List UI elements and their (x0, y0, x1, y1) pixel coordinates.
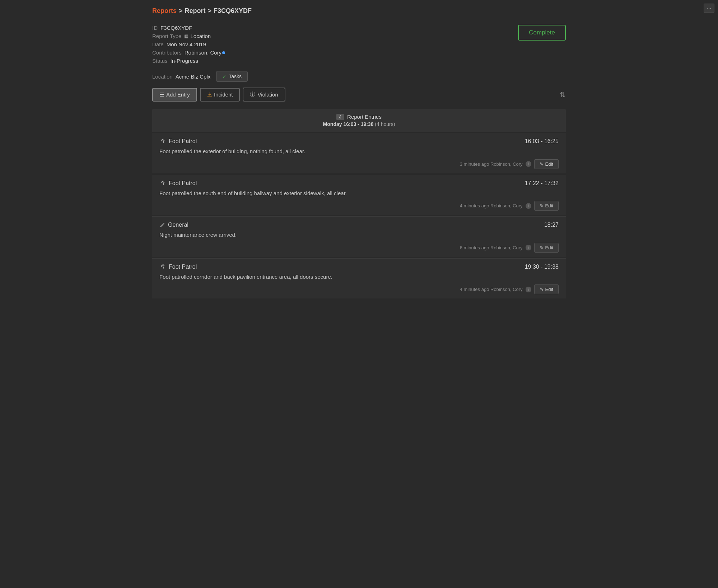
contributors-label: Contributors (152, 50, 182, 56)
edit-button[interactable]: ✎ Edit (534, 243, 559, 253)
edit-button[interactable]: ✎ Edit (534, 159, 559, 169)
entry-footer: 3 minutes ago Robinson, Cory i ✎ Edit (159, 159, 559, 169)
entries-time: Monday 16:03 - 19:38 (4 hours) (159, 121, 559, 127)
entry-card: Foot Patrol 19:30 - 19:38 Foot patrolled… (152, 258, 566, 299)
entry-header: Foot Patrol 17:22 - 17:32 (159, 180, 559, 187)
location-value: Acme Biz Cplx (176, 74, 211, 80)
entry-ago: 6 minutes ago Robinson, Cory (460, 245, 523, 250)
report-type-value: Location (190, 33, 211, 39)
entry-time: 16:03 - 16:25 (525, 138, 559, 145)
violation-button[interactable]: ⓘ Violation (243, 88, 285, 102)
entry-type: Foot Patrol (159, 264, 197, 270)
complete-button[interactable]: Complete (518, 25, 566, 41)
entry-card: General 18:27 Night maintenance crew arr… (152, 216, 566, 257)
entry-type-label: Foot Patrol (169, 180, 197, 187)
contributors-value: Robinson, Cory (185, 50, 222, 56)
entry-ago: 3 minutes ago Robinson, Cory (460, 161, 523, 167)
violation-label: Violation (257, 91, 278, 98)
report-type-label: Report Type (152, 33, 181, 39)
entry-time: 17:22 - 17:32 (525, 180, 559, 187)
entry-footer: 4 minutes ago Robinson, Cory i ✎ Edit (159, 284, 559, 294)
entry-time: 18:27 (544, 222, 559, 228)
entry-info-icon[interactable]: i (526, 287, 531, 292)
edit-icon: ✎ (540, 245, 544, 250)
general-icon (159, 222, 165, 228)
id-label: ID (152, 25, 158, 31)
building-icon: ▦ (184, 33, 188, 39)
entries-count-badge: 4 (336, 114, 344, 120)
entries-header: 4 Report Entries Monday 16:03 - 19:38 (4… (152, 109, 566, 132)
entry-info-icon[interactable]: i (526, 161, 531, 167)
entries-time-range-value: 16:03 - 19:38 (4 hours) (343, 121, 395, 127)
entry-header: Foot Patrol 16:03 - 16:25 (159, 138, 559, 145)
edit-label: Edit (545, 245, 553, 250)
edit-icon: ✎ (540, 287, 544, 292)
sort-button[interactable]: ⇅ (560, 90, 566, 99)
entry-type: Foot Patrol (159, 180, 197, 187)
entry-header: Foot Patrol 19:30 - 19:38 (159, 264, 559, 270)
action-row: ☰ Add Entry ⚠ Incident ⓘ Violation ⇅ (152, 88, 566, 102)
entry-type-label: Foot Patrol (169, 138, 197, 145)
incident-label: Incident (214, 91, 233, 98)
incident-button[interactable]: ⚠ Incident (200, 88, 240, 102)
report-meta: Complete ID F3CQ6XYDF Report Type ▦ Loca… (152, 25, 566, 64)
breadcrumb-reports-link[interactable]: Reports (152, 7, 177, 15)
info-circle-icon: ⓘ (250, 91, 255, 98)
walk-icon (159, 138, 166, 145)
date-value: Mon Nov 4 2019 (167, 41, 206, 47)
entry-info-icon[interactable]: i (526, 203, 531, 209)
entry-type-label: General (168, 222, 188, 228)
status-label: Status (152, 58, 168, 64)
location-row: Location Acme Biz Cplx ✓ Tasks (152, 71, 566, 82)
add-entry-button[interactable]: ☰ Add Entry (152, 88, 197, 102)
list-icon: ☰ (159, 91, 164, 98)
edit-label: Edit (545, 161, 553, 167)
location-label: Location (152, 74, 173, 80)
entry-footer: 6 minutes ago Robinson, Cory i ✎ Edit (159, 243, 559, 253)
entry-ago: 4 minutes ago Robinson, Cory (460, 203, 523, 208)
breadcrumb: Reports > Report > F3CQ6XYDF (152, 7, 566, 15)
entry-description: Night maintenance crew arrived. (159, 231, 559, 239)
entry-card: Foot Patrol 16:03 - 16:25 Foot patrolled… (152, 133, 566, 173)
id-value: F3CQ6XYDF (160, 25, 192, 31)
check-icon: ✓ (222, 74, 227, 79)
entries-day: Monday (323, 121, 342, 127)
edit-label: Edit (545, 287, 553, 292)
tasks-button[interactable]: ✓ Tasks (216, 71, 248, 82)
add-entry-label: Add Entry (166, 91, 190, 98)
entry-description: Foot patrolled the south end of building… (159, 189, 559, 198)
breadcrumb-separator-1: > (179, 7, 183, 15)
edit-button[interactable]: ✎ Edit (534, 201, 559, 211)
entries-list: Foot Patrol 16:03 - 16:25 Foot patrolled… (152, 133, 566, 298)
edit-icon: ✎ (540, 203, 544, 208)
breadcrumb-separator-2: > (208, 7, 212, 15)
status-value: In-Progress (171, 58, 199, 64)
entry-description: Foot patrolled the exterior of building,… (159, 147, 559, 156)
breadcrumb-id: F3CQ6XYDF (214, 7, 252, 15)
walk-icon (159, 180, 166, 187)
entry-header: General 18:27 (159, 222, 559, 228)
breadcrumb-report-link[interactable]: Report (185, 7, 206, 15)
date-label: Date (152, 41, 164, 47)
entry-footer: 4 minutes ago Robinson, Cory i ✎ Edit (159, 201, 559, 211)
entry-time: 19:30 - 19:38 (525, 264, 559, 270)
entry-type-label: Foot Patrol (169, 264, 197, 270)
entry-type: Foot Patrol (159, 138, 197, 145)
walk-icon (159, 264, 166, 270)
entries-count-label: Report Entries (347, 114, 382, 120)
tasks-button-label: Tasks (229, 74, 242, 79)
entry-ago: 4 minutes ago Robinson, Cory (460, 287, 523, 292)
entry-description: Foot patrolled corridor and back pavilio… (159, 273, 559, 281)
entries-count-row: 4 Report Entries (159, 114, 559, 120)
warning-icon: ⚠ (207, 91, 212, 98)
edit-label: Edit (545, 203, 553, 208)
top-right-menu-button[interactable]: ··· (704, 4, 714, 13)
edit-button[interactable]: ✎ Edit (534, 284, 559, 294)
edit-icon: ✎ (540, 161, 544, 167)
entry-info-icon[interactable]: i (526, 245, 531, 250)
contributor-dot (222, 51, 225, 54)
entry-card: Foot Patrol 17:22 - 17:32 Foot patrolled… (152, 175, 566, 215)
entry-type: General (159, 222, 188, 228)
